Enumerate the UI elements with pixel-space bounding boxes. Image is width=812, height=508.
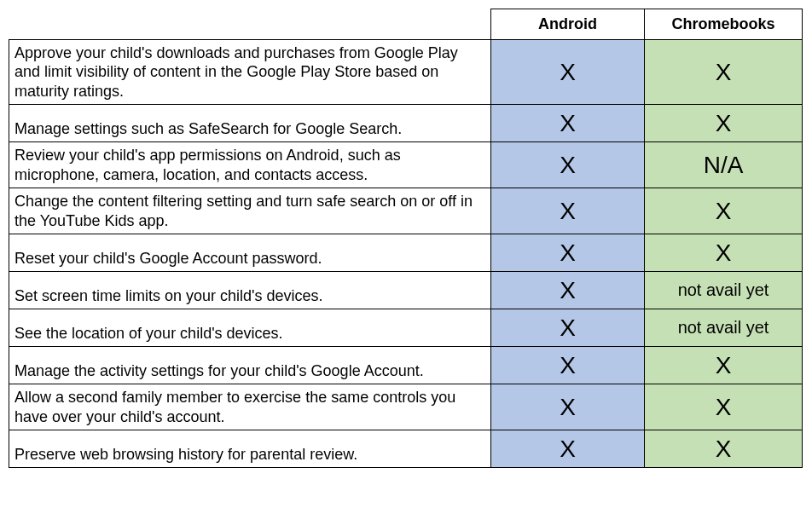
- feature-description: Change the content filtering setting and…: [9, 188, 491, 234]
- chromebooks-cell: X: [645, 347, 803, 384]
- features-table: Android Chromebooks Approve your child's…: [9, 9, 803, 468]
- chromebooks-cell: X: [645, 188, 803, 234]
- chromebooks-cell: N/A: [645, 142, 803, 188]
- header-chromebooks: Chromebooks: [645, 9, 803, 40]
- table-row: Reset your child's Google Account passwo…: [9, 234, 803, 272]
- feature-description: Review your child's app permissions on A…: [9, 142, 491, 188]
- feature-description: Set screen time limits on your child's d…: [9, 272, 491, 309]
- android-cell: X: [491, 142, 645, 188]
- table-row: Approve your child's downloads and purch…: [9, 39, 803, 105]
- feature-description: Reset your child's Google Account passwo…: [9, 234, 491, 272]
- chromebooks-cell: X: [645, 384, 803, 430]
- chromebooks-cell: X: [645, 39, 803, 105]
- android-cell: X: [491, 39, 645, 105]
- chromebooks-cell: X: [645, 234, 803, 272]
- table-row: Change the content filtering setting and…: [9, 188, 803, 234]
- chromebooks-cell: not avail yet: [645, 309, 803, 347]
- table-row: Set screen time limits on your child's d…: [9, 272, 803, 309]
- feature-description: Manage the activity settings for your ch…: [9, 347, 491, 384]
- table-row: See the location of your child's devices…: [9, 309, 803, 347]
- feature-description: Allow a second family member to exercise…: [9, 384, 491, 430]
- feature-description: See the location of your child's devices…: [9, 309, 491, 347]
- feature-description: Manage settings such as SafeSearch for G…: [9, 105, 491, 142]
- android-cell: X: [491, 309, 645, 347]
- android-cell: X: [491, 347, 645, 384]
- table-row: Manage the activity settings for your ch…: [9, 347, 803, 384]
- chromebooks-cell: X: [645, 105, 803, 142]
- android-cell: X: [491, 234, 645, 272]
- feature-description: Approve your child's downloads and purch…: [9, 39, 491, 105]
- feature-description: Preserve web browsing history for parent…: [9, 430, 491, 468]
- table-row: Preserve web browsing history for parent…: [9, 430, 803, 468]
- header-row: Android Chromebooks: [9, 9, 803, 40]
- android-cell: X: [491, 188, 645, 234]
- chromebooks-cell: not avail yet: [645, 272, 803, 309]
- android-cell: X: [491, 384, 645, 430]
- android-cell: X: [491, 105, 645, 142]
- chromebooks-cell: X: [645, 430, 803, 468]
- android-cell: X: [491, 272, 645, 309]
- header-android: Android: [491, 9, 645, 40]
- corner-cell: [9, 9, 491, 40]
- android-cell: X: [491, 430, 645, 468]
- table-row: Review your child's app permissions on A…: [9, 142, 803, 188]
- table-row: Manage settings such as SafeSearch for G…: [9, 105, 803, 142]
- table-row: Allow a second family member to exercise…: [9, 384, 803, 430]
